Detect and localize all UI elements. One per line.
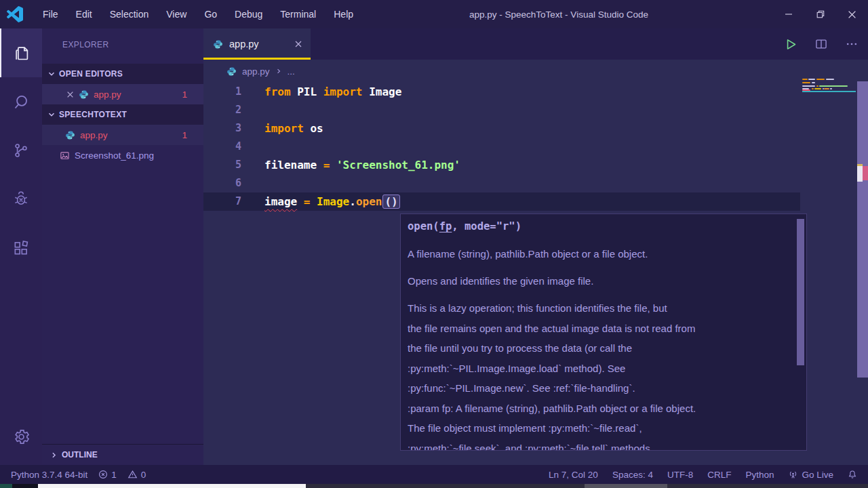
chevron-right-icon [275, 68, 282, 75]
window-title: app.py - SpeechToText - Visual Studio Co… [469, 9, 648, 20]
menu-terminal[interactable]: Terminal [271, 9, 325, 20]
hover-doc-line: :py:meth:`~PIL.Image.Image.load` method)… [408, 359, 791, 379]
status-item[interactable]: Python 3.7.4 64-bit [11, 470, 87, 480]
explorer-title: EXPLORER [42, 28, 203, 49]
error-icon [98, 470, 108, 479]
status-item-error[interactable]: 1 [98, 470, 117, 480]
run-button-icon[interactable] [783, 37, 797, 52]
close-tab-icon[interactable] [294, 40, 302, 48]
hover-doc-line: The file object must implement :py:meth:… [408, 418, 791, 439]
taskbar-segment [12, 484, 38, 488]
hover-scrollbar[interactable] [797, 219, 804, 365]
hover-doc-line: Opens and identifies the given image fil… [408, 271, 791, 291]
overview-cursor-marker [857, 166, 863, 182]
status-item-bell[interactable] [848, 470, 857, 479]
status-item-warning[interactable]: 0 [127, 470, 146, 480]
hover-doc-line: This is a lazy operation; this function … [408, 298, 791, 319]
code-line-7: image = Image.open() [264, 192, 400, 211]
search-icon[interactable] [0, 77, 42, 126]
vscode-window: FileEditSelectionViewGoDebugTerminalHelp… [0, 0, 868, 488]
source-control-icon[interactable] [0, 126, 42, 175]
project-folder-header[interactable]: SPEECHTOTEXT [42, 104, 203, 125]
line-number: 7 [203, 192, 241, 211]
overview-error-marker [863, 166, 868, 180]
code-line-3: import os [264, 119, 323, 138]
status-right: Ln 7, Col 20Spaces: 4UTF-8CRLFPythonGo L… [549, 470, 857, 480]
open-editors-header[interactable]: OPEN EDITORS [42, 64, 203, 84]
file-item-screenshot-png[interactable]: Screenshot_61.png [42, 145, 203, 165]
problem-count-badge: 1 [182, 130, 187, 140]
tab-app-py[interactable]: app.py [203, 28, 311, 60]
code-line-1: from PIL import Image [264, 83, 401, 101]
code-line-5: filename = 'Screenshot_61.png' [264, 156, 460, 174]
editor-actions [783, 28, 859, 60]
minimap[interactable] [802, 79, 856, 126]
activity-bar [0, 28, 42, 465]
menu-debug[interactable]: Debug [226, 9, 271, 20]
hover-signature: open(fp, mode="r") [408, 220, 791, 232]
hover-doc-line: :py:func:`~PIL.Image.new`. See :ref:`fil… [408, 378, 791, 399]
line-number: 2 [203, 101, 241, 119]
bell-icon [848, 470, 857, 479]
outline-section[interactable]: OUTLINE [42, 444, 203, 465]
menu-selection[interactable]: Selection [101, 9, 158, 20]
status-item[interactable]: Ln 7, Col 20 [549, 470, 598, 480]
status-item[interactable]: CRLF [707, 470, 731, 480]
status-item[interactable]: Python [745, 470, 774, 480]
breadcrumb[interactable]: app.py ... [203, 60, 868, 83]
status-item[interactable]: UTF-8 [667, 470, 693, 480]
golive-icon [788, 470, 798, 480]
hover-tooltip: open(fp, mode="r")A filename (string), p… [400, 214, 807, 451]
menu-help[interactable]: Help [325, 9, 362, 20]
minimap-marker [802, 91, 856, 92]
hover-doc-line: the file until you try to process the da… [408, 338, 791, 359]
titlebar: FileEditSelectionViewGoDebugTerminalHelp… [0, 0, 868, 28]
editor-scrollbar[interactable] [857, 81, 868, 378]
menu-file[interactable]: File [34, 9, 67, 20]
more-actions-icon[interactable] [845, 37, 859, 51]
hover-docs: open(fp, mode="r")A filename (string), p… [408, 220, 791, 451]
status-left: Python 3.7.4 64-bit10 [11, 470, 146, 480]
close-file-icon[interactable] [66, 91, 74, 98]
tab-bar: app.py [203, 28, 868, 60]
python-icon [226, 66, 237, 77]
file-item-app-py[interactable]: app.py 1 [42, 125, 203, 145]
restore-icon[interactable] [804, 0, 836, 28]
hover-doc-line: A filename (string), pathlib.Path object… [408, 244, 791, 264]
line-number: 1 [203, 83, 241, 101]
vscode-logo-icon [7, 6, 23, 22]
hover-doc-line: :py:meth:`~file.seek`, and :py:meth:`~fi… [408, 439, 791, 451]
taskbar-strip [0, 484, 868, 488]
status-item-golive[interactable]: Go Live [788, 470, 833, 480]
hover-doc-line: :param fp: A filename (string), pathlib.… [408, 399, 791, 419]
split-editor-icon[interactable] [814, 37, 828, 51]
status-item[interactable]: Spaces: 4 [612, 470, 653, 480]
taskbar-segment [38, 484, 306, 488]
image-file-icon [60, 150, 70, 161]
chevron-right-icon [50, 451, 58, 459]
window-controls [772, 0, 868, 28]
line-number: 3 [203, 119, 241, 138]
open-editor-item-app-py[interactable]: app.py 1 [42, 84, 203, 104]
warning-icon [127, 470, 138, 479]
close-window-icon[interactable] [836, 0, 868, 28]
menu-view[interactable]: View [157, 9, 195, 20]
extensions-icon[interactable] [0, 224, 42, 272]
chevron-down-icon [47, 70, 56, 78]
taskbar-segment [585, 484, 667, 488]
line-number: 4 [203, 138, 241, 156]
debug-icon[interactable] [0, 175, 42, 224]
minimize-icon[interactable] [772, 0, 804, 28]
menu-go[interactable]: Go [195, 9, 226, 20]
python-icon [79, 89, 89, 100]
python-icon [65, 130, 75, 140]
line-number: 6 [203, 174, 241, 192]
problem-count-badge: 1 [182, 89, 187, 100]
settings-gear-icon[interactable] [0, 412, 42, 461]
hover-doc-line: the file remains open and the actual ima… [408, 319, 791, 339]
menu-edit[interactable]: Edit [67, 9, 101, 20]
taskbar-segment [0, 484, 12, 488]
explorer-sidebar: EXPLORER OPEN EDITORS app.py 1 SPEECHTOT… [42, 28, 203, 465]
explorer-icon[interactable] [0, 28, 42, 77]
python-icon [213, 39, 223, 49]
